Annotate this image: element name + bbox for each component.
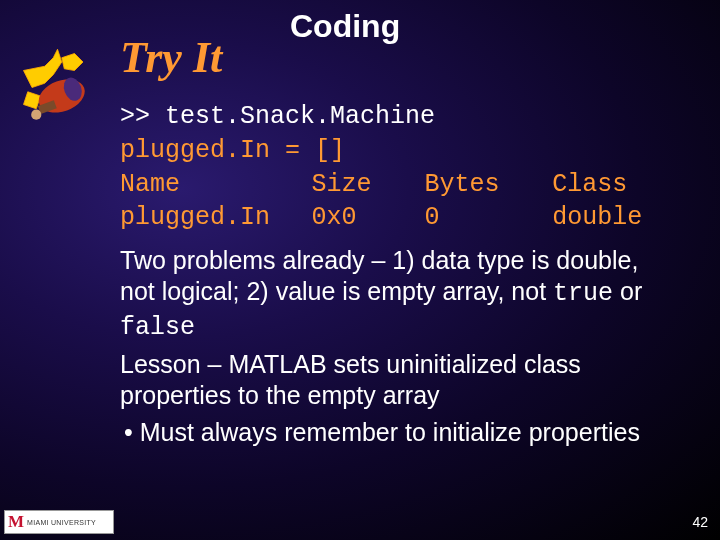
- output-header-row: Name Size Bytes Class: [120, 168, 680, 202]
- logo-letter: M: [8, 512, 24, 532]
- hdr-size: Size: [312, 168, 425, 202]
- page-title: Coding: [290, 8, 400, 45]
- page-number: 42: [692, 514, 708, 530]
- bullet-initialize: • Must always remember to initialize pro…: [120, 417, 680, 448]
- val-size: 0x0: [312, 201, 425, 235]
- code-block: >> test.Snack.Machine plugged.In = [] Na…: [120, 100, 680, 235]
- svg-point-6: [31, 110, 41, 120]
- code-line-assign: plugged.In = []: [120, 134, 680, 168]
- university-logo: M MIAMI UNIVERSITY: [4, 510, 114, 534]
- logo-text: MIAMI UNIVERSITY: [27, 519, 96, 526]
- hdr-bytes: Bytes: [425, 168, 553, 202]
- paragraph-problems: Two problems already – 1) data type is d…: [120, 245, 680, 343]
- paragraph-lesson: Lesson – MATLAB sets uninitialized class…: [120, 349, 680, 412]
- val-bytes: 0: [425, 201, 553, 235]
- subtitle-tryit: Try It: [120, 32, 222, 83]
- para1-or: or: [613, 277, 642, 305]
- val-name: plugged.In: [120, 201, 312, 235]
- command-text: test.Snack.Machine: [165, 102, 435, 131]
- para1-true: true: [553, 279, 613, 308]
- hdr-class: Class: [552, 168, 680, 202]
- para1-false: false: [120, 313, 195, 342]
- svg-marker-1: [62, 54, 83, 71]
- code-line-command: >> test.Snack.Machine: [120, 100, 680, 134]
- output-value-row: plugged.In 0x0 0 double: [120, 201, 680, 235]
- hdr-name: Name: [120, 168, 312, 202]
- megaphone-icon: [15, 45, 100, 130]
- prompt: >>: [120, 102, 165, 131]
- svg-marker-0: [24, 49, 62, 87]
- val-class: double: [552, 201, 680, 235]
- content-area: >> test.Snack.Machine plugged.In = [] Na…: [120, 100, 680, 449]
